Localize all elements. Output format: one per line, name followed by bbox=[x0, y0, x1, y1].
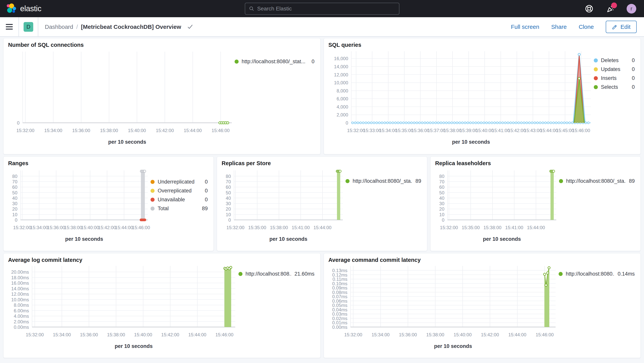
svg-text:10: 10 bbox=[12, 212, 18, 217]
top-navigation-bar: elastic bbox=[0, 0, 644, 17]
legend-value: 89 bbox=[416, 178, 421, 184]
panel-title: Average log commit latency bbox=[8, 257, 316, 263]
page-title: [Metricbeat CockroachDB] Overview bbox=[81, 24, 181, 30]
svg-text:60: 60 bbox=[12, 184, 18, 190]
svg-text:50: 50 bbox=[226, 190, 231, 195]
legend-value: 0 bbox=[632, 75, 635, 81]
svg-text:15:32:00: 15:32:00 bbox=[226, 225, 244, 230]
replicas-per-store-chart[interactable]: 15:32:0015:35:0015:38:0015:41:0015:44:00… bbox=[222, 168, 346, 245]
legend-swatch-icon bbox=[594, 76, 598, 80]
legend-value: 0 bbox=[632, 84, 635, 90]
avg-log-commit-latency-chart[interactable]: 15:32:0015:34:0015:36:0015:38:0015:40:00… bbox=[8, 264, 238, 352]
legend-value: 89 bbox=[202, 206, 208, 212]
user-avatar[interactable]: r bbox=[626, 4, 636, 14]
global-search bbox=[245, 3, 400, 15]
legend-item[interactable]: Overreplicated0 bbox=[150, 188, 208, 194]
svg-text:15:36:00: 15:36:00 bbox=[411, 128, 429, 133]
svg-text:15:34:00: 15:34:00 bbox=[30, 225, 48, 230]
svg-text:15:44:00: 15:44:00 bbox=[527, 225, 545, 230]
svg-text:per 10 seconds: per 10 seconds bbox=[269, 236, 308, 242]
search-input[interactable] bbox=[257, 6, 395, 12]
check-icon[interactable] bbox=[187, 24, 193, 30]
legend-item[interactable]: Updates0 bbox=[594, 66, 635, 72]
svg-text:20: 20 bbox=[439, 206, 444, 212]
legend-item[interactable]: http://localhost:8080/_sta...89 bbox=[346, 178, 421, 184]
svg-text:30: 30 bbox=[226, 201, 231, 206]
sql-connections-chart[interactable]: 15:32:0015:34:0015:36:0015:38:0015:40:00… bbox=[8, 49, 234, 148]
panel-title: Number of SQL connections bbox=[8, 42, 316, 48]
panel-sql-queries: SQL queries 15:32:0015:33:0015:34:0015:3… bbox=[324, 38, 641, 154]
svg-text:15:41:00: 15:41:00 bbox=[292, 225, 310, 230]
chart-legend: http://localhost:8080/_sta...89 bbox=[346, 178, 422, 187]
legend-item[interactable]: Inserts0 bbox=[594, 75, 635, 81]
svg-text:15:38:00: 15:38:00 bbox=[444, 128, 462, 133]
legend-item[interactable]: http://localhost:8080/_stat...0 bbox=[234, 59, 314, 65]
svg-text:10.00ms: 10.00ms bbox=[11, 297, 29, 302]
clone-button[interactable]: Clone bbox=[579, 24, 594, 30]
edit-button[interactable]: Edit bbox=[606, 21, 637, 33]
svg-text:15:32:00: 15:32:00 bbox=[344, 332, 362, 337]
svg-text:2.00ms: 2.00ms bbox=[14, 319, 29, 324]
legend-label: http://localhost:808... bbox=[246, 271, 291, 277]
legend-swatch-icon bbox=[238, 272, 242, 276]
legend-item[interactable]: Unavailable0 bbox=[150, 197, 208, 203]
svg-text:0: 0 bbox=[17, 120, 20, 126]
legend-item[interactable]: Underreplicated0 bbox=[150, 179, 208, 185]
legend-label: Total bbox=[158, 206, 169, 212]
svg-text:15:40:00: 15:40:00 bbox=[476, 128, 494, 133]
dashboard-badge-wrap: D bbox=[18, 17, 38, 36]
legend-item[interactable]: Deletes0 bbox=[594, 58, 635, 64]
sql-queries-chart[interactable]: 15:32:0015:33:0015:34:0015:35:0015:36:00… bbox=[328, 49, 594, 148]
svg-text:10: 10 bbox=[226, 212, 231, 217]
elastic-brand[interactable]: elastic bbox=[0, 3, 41, 14]
full-screen-button[interactable]: Full screen bbox=[511, 24, 539, 30]
svg-text:15:32:00: 15:32:00 bbox=[13, 225, 31, 230]
svg-text:15:32:00: 15:32:00 bbox=[26, 332, 44, 337]
svg-text:15:40:00: 15:40:00 bbox=[128, 128, 146, 133]
svg-text:15:42:00: 15:42:00 bbox=[161, 332, 179, 337]
legend-item[interactable]: http://localhost:8080...0.14ms bbox=[558, 271, 635, 277]
share-button[interactable]: Share bbox=[551, 24, 567, 30]
svg-text:15:44:00: 15:44:00 bbox=[188, 332, 206, 337]
dashboard-badge[interactable]: D bbox=[24, 22, 33, 32]
panel-replicas-per-store: Replicas per Store 15:32:0015:35:0015:38… bbox=[217, 156, 427, 251]
breadcrumb-dashboard-link[interactable]: Dashboard bbox=[45, 24, 73, 30]
svg-text:40: 40 bbox=[439, 196, 444, 201]
news-feed-icon[interactable] bbox=[605, 4, 616, 14]
svg-text:60: 60 bbox=[439, 184, 444, 190]
svg-text:70: 70 bbox=[226, 179, 231, 184]
svg-text:15:32:00: 15:32:00 bbox=[347, 128, 365, 133]
svg-text:15:36:00: 15:36:00 bbox=[72, 128, 90, 133]
svg-text:15:42:00: 15:42:00 bbox=[481, 332, 499, 337]
svg-text:70: 70 bbox=[12, 179, 18, 184]
svg-text:15:32:00: 15:32:00 bbox=[16, 128, 34, 133]
svg-text:15:38:00: 15:38:00 bbox=[107, 332, 125, 337]
replica-leaseholders-chart[interactable]: 15:32:0015:35:0015:38:0015:41:0015:44:00… bbox=[435, 168, 559, 245]
legend-item[interactable]: http://localhost:8080/_sta...89 bbox=[559, 178, 635, 184]
legend-label: http://localhost:8080... bbox=[566, 271, 614, 277]
avg-command-commit-latency-chart[interactable]: 15:32:0015:34:0015:36:0015:38:0015:40:00… bbox=[328, 264, 559, 352]
ranges-chart[interactable]: 15:32:0015:34:0015:36:0015:38:0015:40:00… bbox=[8, 168, 150, 245]
svg-text:0.13ms: 0.13ms bbox=[332, 268, 348, 273]
svg-text:6,000: 6,000 bbox=[336, 96, 348, 101]
svg-text:10: 10 bbox=[439, 212, 444, 217]
help-icon[interactable] bbox=[584, 4, 594, 14]
svg-text:15:35:00: 15:35:00 bbox=[462, 225, 480, 230]
legend-swatch-icon bbox=[559, 179, 563, 183]
legend-label: Selects bbox=[601, 84, 618, 90]
legend-item[interactable]: Total89 bbox=[150, 206, 208, 212]
menu-icon[interactable] bbox=[0, 17, 18, 36]
svg-text:60: 60 bbox=[226, 184, 231, 190]
svg-text:per 10 seconds: per 10 seconds bbox=[108, 139, 146, 145]
legend-label: Updates bbox=[601, 66, 620, 72]
legend-value: 0 bbox=[205, 179, 208, 185]
svg-text:40: 40 bbox=[226, 196, 231, 201]
legend-swatch-icon bbox=[558, 272, 563, 276]
breadcrumb-separator: / bbox=[76, 24, 78, 30]
svg-text:15:44:00: 15:44:00 bbox=[540, 128, 558, 133]
legend-swatch-icon bbox=[150, 189, 154, 193]
legend-swatch-icon bbox=[346, 179, 350, 183]
legend-item[interactable]: Selects0 bbox=[594, 84, 635, 90]
svg-text:50: 50 bbox=[12, 190, 18, 195]
legend-item[interactable]: http://localhost:808...21.60ms bbox=[238, 271, 314, 277]
